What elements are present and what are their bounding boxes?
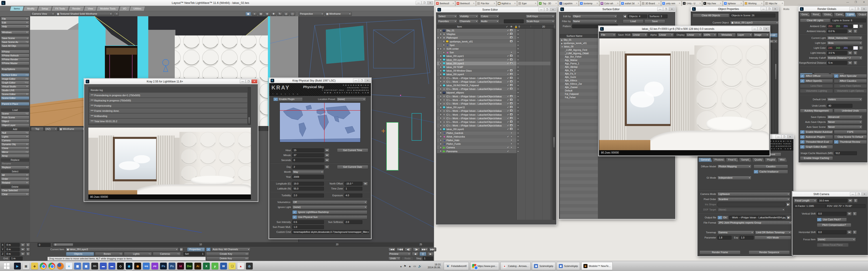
surface-row[interactable]: ▶spotlampa_kerek_v01 <box>560 41 598 45</box>
dropdown[interactable]: meters▼ <box>827 98 862 101</box>
active-check[interactable]: ✓ <box>506 98 510 102</box>
maximize-button[interactable]: ❐ <box>544 8 550 11</box>
text-field[interactable]: 1 <box>423 257 433 260</box>
surface-row[interactable] <box>560 140 598 143</box>
surface-row[interactable] <box>560 150 598 153</box>
checkbox[interactable]: ✓ <box>206 247 211 251</box>
scene-item-row[interactable]: +lakas_09:TEMP <box>437 65 517 69</box>
text-field[interactable]: 0.0 <box>817 230 846 234</box>
dropdown[interactable]: (None)▼ <box>717 208 785 212</box>
camera-icon[interactable]: ▣ <box>246 12 251 16</box>
photoshop-icon[interactable]: Ps <box>160 263 167 269</box>
mini-stepper[interactable]: ◀▶ <box>325 158 329 162</box>
visibility-cell[interactable]: ▦ <box>510 88 513 91</box>
checkbox[interactable]: ✓Use Physical Sun <box>292 215 367 219</box>
active-check[interactable] <box>506 91 510 94</box>
button[interactable]: Propertiesp <box>187 247 205 251</box>
surface-row[interactable]: Ajto_Kilincs <box>560 79 598 82</box>
active-check[interactable]: ✓ <box>506 109 510 112</box>
browser-tab[interactable]: ◇Unity - U✕ <box>682 1 702 6</box>
button[interactable]: || <box>420 252 426 256</box>
button[interactable]: ◀ <box>623 14 627 18</box>
button[interactable]: Show Focal Plane <box>817 243 848 247</box>
view-type-dropdown[interactable]: Perspective▼ <box>299 12 324 16</box>
chrome-icon[interactable] <box>40 263 46 269</box>
close-button[interactable]: ✕ <box>861 7 867 11</box>
surface-row[interactable]: Ajto_Ajtolap <box>560 65 598 69</box>
scene-item-row[interactable]: +Sky_01✓▦ <box>437 29 517 32</box>
mini-stepper[interactable]: ◀▶ <box>21 243 25 247</box>
lock-cell[interactable] <box>513 121 517 124</box>
surface-row[interactable]: ▶Sky_01 <box>560 38 598 41</box>
scene-item-row[interactable]: +✛C:\--- Work ---\Polgar Istvan - Lakas\… <box>437 116 517 120</box>
text-field[interactable]: 1 m <box>10 257 23 260</box>
minimize-button[interactable]: — <box>353 78 359 82</box>
active-check[interactable]: ✓ <box>506 29 510 32</box>
expand-icon[interactable]: + <box>439 117 442 120</box>
minimize-button[interactable]: — <box>752 27 757 31</box>
dropdown[interactable]: Auto Key: All Channels▼ <box>212 247 250 251</box>
sidebar-item-edit[interactable]: Edit▼ <box>1 21 29 24</box>
sidebar-item-dynamic-obj[interactable]: Dynamic Obj▼ <box>1 142 29 146</box>
button[interactable]: HSV Mode <box>754 236 791 240</box>
active-check[interactable]: ✓ <box>506 113 510 116</box>
sidebar-item-krayoptions[interactable]: KrayOptions <box>1 67 29 71</box>
world-map[interactable] <box>280 103 361 142</box>
maximize-button[interactable]: ❐ <box>781 135 787 139</box>
rg-tab-globa[interactable]: Globa_ <box>822 12 833 17</box>
scene-item-row[interactable]: +✛C:\--- Work ---\Polgar Istvan - Lakas\… <box>437 109 517 113</box>
close-button[interactable]: ✕ <box>764 27 769 31</box>
main-tab-utilities[interactable]: Utilities <box>129 6 146 11</box>
surface-row[interactable] <box>560 116 598 120</box>
save-icon[interactable]: ▤ <box>258 12 264 16</box>
surface-row[interactable]: Ajto_Fa_V <box>560 72 598 75</box>
media-classic-icon[interactable]: 321 <box>91 263 98 269</box>
text-field[interactable]: 4.0 <box>344 194 362 197</box>
visibility-cell[interactable]: ▦ <box>510 84 513 87</box>
lock-cell[interactable] <box>513 95 517 98</box>
main-tab-render[interactable]: Render <box>68 6 84 11</box>
surface-row[interactable] <box>560 136 598 140</box>
surface-row[interactable] <box>560 170 598 174</box>
rgb-field[interactable]: 255255255 <box>827 24 852 28</box>
scene-item-row[interactable]: +✛C:\--- Work ---\Polgar Istvan - Lakas\… <box>437 120 517 124</box>
scene-item-row[interactable]: +lakas_09:Layer2✓▦ <box>437 58 517 62</box>
minimize-button[interactable]: — <box>538 8 544 11</box>
sidebar-item-rename[interactable]: Rename <box>1 162 29 165</box>
illustrator-icon[interactable]: Ai <box>194 263 201 269</box>
visibility-cell[interactable]: ▦ <box>510 76 513 80</box>
active-check[interactable] <box>506 142 510 145</box>
lock-cell[interactable] <box>513 84 517 87</box>
view-type-dropdown[interactable]: Camera View▼ <box>31 12 55 16</box>
surface-row[interactable] <box>560 120 598 123</box>
main-tab-i-o[interactable]: I/O <box>119 6 130 11</box>
sidebar-item-file[interactable]: File▼ <box>1 17 29 21</box>
close-button[interactable]: ✕ <box>787 135 793 139</box>
zoom-icon[interactable]: ◎ <box>283 12 289 16</box>
button[interactable]: Undo^Z <box>388 257 401 260</box>
visibility-cell[interactable]: ▦ <box>510 80 513 83</box>
button[interactable]: |◀◀ <box>388 247 396 251</box>
browser-tab[interactable]: 8unity rem✕ <box>661 1 682 6</box>
button[interactable]: Render Sequence <box>749 250 790 254</box>
ko-tab-quality[interactable]: Quality <box>752 158 765 162</box>
expand-icon[interactable]: + <box>439 58 442 61</box>
lock-cell[interactable] <box>513 73 517 76</box>
dropdown[interactable]: Never▼ <box>827 120 862 124</box>
ko-tab-general[interactable]: General <box>699 158 712 162</box>
text-field[interactable]: 0 <box>37 243 51 247</box>
expand-icon[interactable]: + <box>439 121 442 124</box>
checkbox[interactable]: ✓Enable Master Autoload <box>800 130 833 134</box>
surface-row[interactable] <box>560 153 598 157</box>
timeline[interactable]: 0 102025 <box>53 243 433 247</box>
expand-icon[interactable]: + <box>439 66 442 69</box>
grid-icon[interactable]: ◫ <box>290 12 295 16</box>
text-field[interactable]: 1.8 <box>717 236 732 240</box>
scene-item-row[interactable]: +spotlampa_kerek_v01▦ <box>437 40 517 43</box>
calculator-icon[interactable]: ▦ <box>74 263 81 269</box>
scene-item-row[interactable]: +lakas_09:Layer3✓▦ <box>437 62 517 65</box>
close-button[interactable]: ✕ <box>550 8 556 11</box>
surface-row[interactable]: _LUMI_Agyveg_Fent <box>560 48 598 52</box>
text-field[interactable]: 15 <box>292 148 324 152</box>
checkbox[interactable]: ✓Thumbnail Review <box>834 140 867 144</box>
